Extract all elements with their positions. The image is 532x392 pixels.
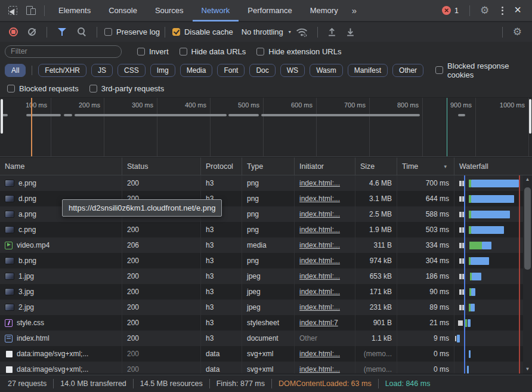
filter-chip-css[interactable]: CSS: [117, 64, 146, 77]
scrollbar-thumb[interactable]: [524, 187, 531, 270]
error-badge-icon[interactable]: ✕: [442, 6, 451, 15]
column-header-time[interactable]: Time▾: [397, 158, 454, 175]
initiator-link[interactable]: index.html:...: [299, 257, 340, 265]
overview-activity-bar: [458, 114, 465, 116]
invert-checkbox[interactable]: [137, 48, 145, 55]
vertical-scrollbar[interactable]: ▲ ▼: [523, 175, 532, 374]
scroll-up-icon[interactable]: ▲: [525, 175, 530, 184]
request-name: style.css: [17, 319, 44, 327]
size-cell: 231 kB: [355, 300, 397, 315]
inspect-element-icon[interactable]: [8, 6, 17, 15]
initiator-link[interactable]: index.html:...: [299, 272, 340, 280]
table-row[interactable]: data:image/svg+xml;...200datasvg+xmlinde…: [0, 362, 532, 374]
initiator-link[interactable]: index.html:...: [299, 288, 340, 296]
column-header-type[interactable]: Type: [242, 158, 295, 175]
name-cell: data:image/svg+xml;...: [0, 362, 122, 374]
kebab-menu-icon[interactable]: [494, 7, 511, 15]
import-har-icon[interactable]: [327, 27, 336, 36]
close-icon[interactable]: ×: [511, 3, 527, 18]
tab-elements[interactable]: Elements: [50, 0, 100, 21]
column-header-initiator[interactable]: Initiator: [295, 158, 355, 175]
waterfall-cell: [454, 284, 532, 300]
overview-left-handle[interactable]: [1, 99, 3, 134]
filter-chip-wasm[interactable]: Wasm: [310, 64, 343, 77]
filter-chip-font[interactable]: Font: [217, 64, 245, 77]
throttling-select[interactable]: No throttling ▾: [242, 27, 291, 36]
protocol-cell: h3: [201, 315, 242, 331]
filter-chip-js[interactable]: JS: [91, 64, 113, 77]
table-row[interactable]: e.png200h3pngindex.html:...4.6 MB700 ms: [0, 175, 532, 191]
tab-console[interactable]: Console: [100, 0, 146, 21]
status-cell: 200: [122, 300, 201, 315]
search-icon[interactable]: [78, 27, 86, 36]
filter-chip-other[interactable]: Other: [392, 64, 423, 77]
export-har-icon[interactable]: [346, 27, 355, 36]
filter-input[interactable]: [5, 45, 122, 58]
table-row[interactable]: index.html200h3documentOther1.1 kB9 ms: [0, 331, 532, 346]
initiator-link[interactable]: index.html:...: [299, 210, 340, 218]
initiator-cell: index.html:...: [295, 268, 355, 284]
settings-gear-icon[interactable]: ⚙: [475, 5, 494, 16]
filter-chip-doc[interactable]: Doc: [249, 64, 275, 77]
table-row[interactable]: style.css200h3stylesheetindex.html:7901 …: [0, 315, 532, 331]
table-row[interactable]: video.mp4206h3mediaindex.html:...311 B33…: [0, 237, 532, 253]
hide-extension-urls-checkbox[interactable]: [256, 48, 264, 55]
column-header-size[interactable]: Size: [355, 158, 397, 175]
device-toolbar-icon[interactable]: [26, 6, 36, 15]
table-row[interactable]: 1.jpg200h3jpegindex.html:...653 kB186 ms: [0, 268, 532, 284]
overview-right-handle[interactable]: [529, 99, 531, 134]
hide-data-urls-checkbox[interactable]: [180, 48, 187, 55]
more-tabs-icon[interactable]: »: [347, 0, 361, 21]
column-header-protocol[interactable]: Protocol: [201, 158, 242, 175]
column-header-waterfall[interactable]: Waterfall: [454, 158, 532, 175]
waterfall-stall-bar: [460, 320, 463, 326]
error-count: 1: [454, 7, 459, 15]
column-header-status[interactable]: Status: [122, 158, 201, 175]
overview-tick-label: 600 ms: [268, 101, 313, 109]
column-header-name[interactable]: Name: [0, 158, 122, 175]
dcl-event-line: [31, 98, 32, 156]
table-row[interactable]: c.png200h3pngindex.html:...1.9 MB503 ms: [0, 222, 532, 237]
initiator-link[interactable]: index.html:...: [299, 226, 340, 234]
clear-network-log-icon[interactable]: [28, 28, 36, 36]
table-row[interactable]: b.png200h3pngindex.html:...974 kB304 ms: [0, 253, 532, 268]
filter-chip-fetch-xhr[interactable]: Fetch/XHR: [38, 64, 86, 77]
initiator-link[interactable]: index.html:...: [299, 241, 340, 249]
filter-row: Invert Hide data URLs Hide extension URL…: [0, 42, 532, 61]
initiator-link[interactable]: index.html:7: [299, 319, 338, 327]
tab-performance[interactable]: Performance: [239, 0, 301, 21]
initiator-link[interactable]: index.html:...: [299, 303, 340, 311]
filter-funnel-icon[interactable]: [57, 28, 67, 36]
filter-chip-all[interactable]: All: [5, 64, 26, 77]
initiator-link[interactable]: index.html:...: [299, 365, 340, 374]
table-row[interactable]: 2.jpg200h3jpegindex.html:...231 kB89 ms: [0, 300, 532, 315]
filter-chip-media[interactable]: Media: [180, 64, 213, 77]
filter-chip-img[interactable]: Img: [150, 64, 175, 77]
overview-tick-label: 1000 ms: [481, 101, 525, 109]
blocked-response-cookies-checkbox[interactable]: [435, 66, 443, 74]
third-party-requests-checkbox[interactable]: [89, 85, 97, 92]
scroll-down-icon[interactable]: ▼: [525, 365, 530, 374]
tab-network[interactable]: Network: [193, 0, 239, 21]
network-settings-gear-icon[interactable]: ⚙: [508, 27, 527, 37]
disable-cache-checkbox[interactable]: [172, 28, 180, 36]
waterfall-cell: [454, 237, 532, 253]
filter-chip-ws[interactable]: WS: [280, 64, 305, 77]
preserve-log-label: Preserve log: [116, 27, 160, 36]
network-overview-timeline[interactable]: 100 ms200 ms300 ms400 ms500 ms600 ms700 …: [0, 97, 532, 157]
table-row[interactable]: data:image/svg+xml;...200datasvg+xmlinde…: [0, 346, 532, 362]
preserve-log-checkbox[interactable]: [104, 28, 112, 36]
blocked-response-cookies-label: Blocked response cookies: [447, 61, 519, 79]
tab-memory[interactable]: Memory: [301, 0, 347, 21]
tab-sources[interactable]: Sources: [146, 0, 193, 21]
record-network-log-icon[interactable]: [9, 27, 18, 36]
waterfall-cell: [454, 175, 532, 191]
initiator-link[interactable]: index.html:...: [299, 195, 340, 203]
filter-chip-manifest[interactable]: Manifest: [348, 64, 388, 77]
table-row[interactable]: 3.jpg200h3jpegindex.html:...171 kB90 ms: [0, 284, 532, 300]
name-cell: e.png: [0, 175, 122, 191]
initiator-link[interactable]: index.html:...: [299, 179, 340, 187]
network-conditions-icon[interactable]: [296, 27, 308, 37]
initiator-link[interactable]: index.html:...: [299, 350, 340, 358]
blocked-requests-checkbox[interactable]: [7, 85, 15, 92]
